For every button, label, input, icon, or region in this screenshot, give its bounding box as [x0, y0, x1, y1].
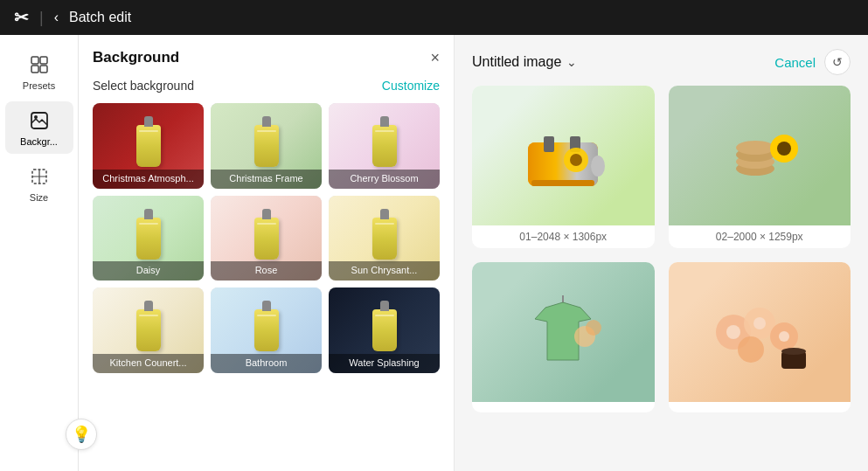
image-02 [669, 86, 851, 225]
select-bg-label: Select background [93, 79, 194, 93]
size-icon [27, 164, 52, 189]
image-title-dropdown[interactable]: Untitled image ⌄ [472, 54, 577, 70]
header-actions: Cancel ↺ [774, 49, 851, 75]
image-01 [472, 86, 655, 225]
sidebar: Presets Backgr... Size 💡 [0, 35, 79, 471]
svg-point-18 [736, 141, 774, 155]
image-card-01[interactable]: 01–2048 × 1306px [472, 86, 655, 248]
background-icon [27, 108, 52, 133]
svg-point-14 [570, 154, 582, 166]
panel-title: Background [93, 49, 179, 66]
svg-point-5 [34, 115, 38, 119]
image-card-04[interactable] [669, 262, 851, 412]
bg-label-water: Water Splashing [329, 354, 440, 373]
svg-rect-9 [544, 136, 554, 152]
bg-label-cherry: Cherry Blossom [329, 170, 440, 189]
svg-rect-11 [531, 180, 594, 186]
bg-item-kitchen[interactable]: Kitchen Counert... [93, 287, 204, 373]
bg-item-cherry[interactable]: Cherry Blossom [329, 103, 440, 189]
background-grid: Christmas Atmosph... Christmas Frame Che… [93, 103, 440, 373]
logo-icon: ✂ [14, 7, 29, 28]
background-panel: Background × Select background Customize… [79, 35, 455, 471]
bg-label-bathroom: Bathroom [211, 354, 322, 373]
cancel-button[interactable]: Cancel [774, 55, 816, 70]
bg-item-christmas-atm[interactable]: Christmas Atmosph... [93, 103, 204, 189]
bg-item-water[interactable]: Water Splashing [329, 287, 440, 373]
divider: | [39, 9, 44, 27]
images-grid: 01–2048 × 1306px 02–2000 × 1259px [455, 86, 868, 430]
presets-label: Presets [23, 80, 55, 91]
image-03-footer [472, 402, 655, 412]
image-04-footer [669, 402, 851, 412]
content-area: Untitled image ⌄ Cancel ↺ [455, 35, 868, 471]
page-title: Batch edit [69, 10, 131, 25]
bg-item-bathroom[interactable]: Bathroom [211, 287, 322, 373]
bg-item-sun[interactable]: Sun Chrysant... [329, 196, 440, 281]
svg-rect-3 [40, 66, 47, 73]
back-button[interactable]: ‹ [54, 10, 59, 25]
bg-label-kitchen: Kitchen Counert... [93, 354, 204, 373]
bg-label-daisy: Daisy [93, 261, 204, 281]
bg-item-daisy[interactable]: Daisy [93, 196, 204, 281]
svg-point-20 [777, 142, 791, 156]
content-header: Untitled image ⌄ Cancel ↺ [455, 35, 868, 86]
bg-label-christmas-frame: Christmas Frame [211, 170, 322, 189]
close-button[interactable]: × [430, 50, 440, 66]
chevron-down-icon: ⌄ [566, 55, 577, 69]
undo-button[interactable]: ↺ [824, 49, 851, 75]
image-card-03[interactable] [472, 262, 655, 412]
image-01-footer: 01–2048 × 1306px [472, 225, 655, 248]
image-card-02[interactable]: 02–2000 × 1259px [669, 86, 851, 248]
bg-label-sun: Sun Chrysant... [329, 261, 440, 281]
customize-button[interactable]: Customize [382, 79, 440, 93]
image-03 [472, 262, 655, 402]
image-title: Untitled image [472, 54, 561, 70]
sidebar-item-size[interactable]: Size [5, 157, 73, 210]
bg-item-rose[interactable]: Rose [211, 196, 322, 281]
bg-label-rose: Rose [211, 261, 322, 281]
svg-rect-0 [31, 57, 38, 64]
sidebar-item-presets[interactable]: Presets [5, 45, 73, 98]
svg-point-12 [591, 156, 605, 177]
background-label: Backgr... [20, 136, 58, 147]
main-layout: Presets Backgr... Size 💡 [0, 35, 868, 471]
panel-subheader: Select background Customize [93, 79, 440, 93]
svg-rect-2 [31, 66, 38, 73]
svg-point-27 [738, 336, 764, 363]
hint-button[interactable]: 💡 [66, 419, 97, 450]
sidebar-item-background[interactable]: Backgr... [5, 101, 73, 154]
presets-icon [27, 52, 52, 77]
bg-item-christmas-frame[interactable]: Christmas Frame [211, 103, 322, 189]
svg-point-32 [781, 348, 806, 355]
bg-label-christmas-atm: Christmas Atmosph... [93, 170, 204, 189]
svg-point-30 [779, 331, 789, 342]
svg-point-28 [726, 325, 740, 339]
panel-header: Background × [93, 49, 440, 66]
svg-rect-1 [40, 57, 47, 64]
image-02-footer: 02–2000 × 1259px [669, 225, 851, 248]
image-04 [669, 262, 851, 402]
svg-point-23 [586, 320, 601, 336]
size-label: Size [30, 192, 48, 203]
svg-point-29 [753, 317, 766, 329]
topbar: ✂ | ‹ Batch edit [0, 0, 868, 35]
